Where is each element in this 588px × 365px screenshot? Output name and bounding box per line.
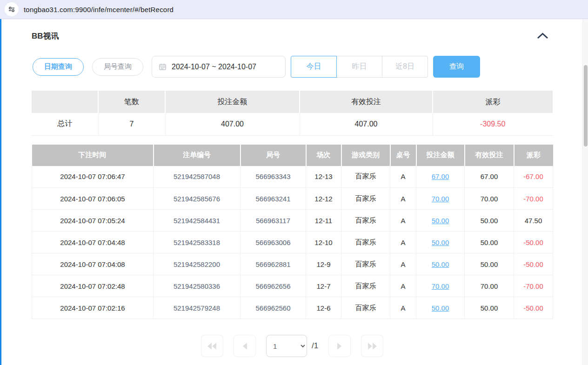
cell-session: 12-11 <box>306 210 341 232</box>
col-header-table-id: 桌号 <box>390 145 416 166</box>
first-page-button[interactable] <box>201 335 223 357</box>
cell-valid-bet: 50.00 <box>465 210 514 232</box>
col-header-valid-bet: 有效投注 <box>465 145 514 166</box>
cell-payout: -50.00 <box>514 253 553 275</box>
cell-round-id: 566963343 <box>241 166 306 188</box>
round-query-tab[interactable]: 局号查询 <box>92 58 143 76</box>
last-page-button[interactable] <box>361 335 383 357</box>
collapse-panel-button[interactable] <box>536 32 549 40</box>
calendar-icon <box>159 63 167 71</box>
quick-last8days-button[interactable]: 近8日 <box>382 56 428 78</box>
chevron-up-icon <box>536 32 549 40</box>
cell-order-id: 521942583318 <box>154 232 241 253</box>
summary-header-bet-amount: 投注金额 <box>165 91 300 113</box>
quick-date-group: 今日 昨日 近8日 <box>291 56 428 78</box>
cell-round-id: 566962560 <box>241 297 306 319</box>
table-row: 2024-10-07 07:06:47521942587048566963343… <box>32 166 553 188</box>
cell-payout: 47.50 <box>514 210 553 232</box>
cell-table-id: A <box>390 188 416 210</box>
table-row: 2024-10-07 07:06:05521942585676566963241… <box>32 188 553 210</box>
bet-amount-link[interactable]: 70.00 <box>432 195 449 203</box>
cell-session: 12-6 <box>306 297 341 319</box>
date-query-tab[interactable]: 日期查询 <box>33 58 84 76</box>
cell-order-id: 521942582200 <box>154 253 241 275</box>
bet-amount-link[interactable]: 67.00 <box>432 173 449 180</box>
col-header-game-type: 游戏类别 <box>341 145 390 166</box>
cell-payout: -50.00 <box>514 232 553 253</box>
url-text[interactable]: tongbao31.com:9900/infe/mcenter/#/betRec… <box>24 6 174 13</box>
cell-valid-bet: 50.00 <box>465 232 514 253</box>
bet-amount-link[interactable]: 50.00 <box>432 239 449 246</box>
prev-page-button[interactable] <box>234 335 256 357</box>
cell-round-id: 566962656 <box>241 275 306 297</box>
table-row: 2024-10-07 07:04:48521942583318566963006… <box>32 232 553 253</box>
site-settings-button[interactable] <box>5 2 19 16</box>
bet-amount-link[interactable]: 50.00 <box>432 217 449 225</box>
cell-table-id: A <box>390 232 416 253</box>
cell-table-id: A <box>390 297 416 319</box>
summary-header-row: 笔数 投注金额 有效投注 派彩 <box>32 91 553 113</box>
cell-session: 12-7 <box>306 275 341 297</box>
scrollbar-thumb[interactable] <box>584 65 588 146</box>
cell-order-id: 521942579248 <box>154 297 241 319</box>
cell-bet-amount: 67.00 <box>416 166 465 188</box>
bet-amount-link[interactable]: 50.00 <box>432 260 449 268</box>
cell-session: 12-9 <box>306 253 341 275</box>
cell-bet-time: 2024-10-07 07:05:24 <box>32 210 154 232</box>
table-row: 2024-10-07 07:04:08521942582200566962881… <box>32 253 553 275</box>
summary-valid-bet-value: 407.00 <box>300 113 433 135</box>
bet-amount-link[interactable]: 50.00 <box>432 304 449 312</box>
cell-bet-time: 2024-10-07 07:06:47 <box>32 166 154 188</box>
bet-record-page: BB视讯 日期查询 局号查询 <box>0 19 588 365</box>
cell-session: 12-13 <box>306 166 341 188</box>
summary-header-valid-bet: 有效投注 <box>300 91 433 113</box>
cell-table-id: A <box>390 253 416 275</box>
cell-order-id: 521942580336 <box>154 275 241 297</box>
bet-table-header-row: 下注时间注单编号局号场次游戏类别桌号投注金额有效投注派彩 <box>32 145 553 166</box>
cell-round-id: 566962881 <box>241 253 306 275</box>
cell-game-type: 百家乐 <box>341 166 390 188</box>
cell-payout: -70.00 <box>514 275 553 297</box>
table-row: 2024-10-07 07:02:48521942580336566962656… <box>32 275 553 297</box>
next-page-icon <box>337 343 342 350</box>
bet-amount-link[interactable]: 70.00 <box>432 282 449 290</box>
cell-bet-amount: 50.00 <box>416 232 465 253</box>
summary-table: 笔数 投注金额 有效投注 派彩 总计 7 407.00 407.00 -309.… <box>32 91 553 136</box>
summary-header-payout: 派彩 <box>433 91 553 113</box>
cell-table-id: A <box>390 210 416 232</box>
col-header-bet-time: 下注时间 <box>32 145 154 166</box>
col-header-session: 场次 <box>306 145 341 166</box>
cell-bet-time: 2024-10-07 07:02:48 <box>32 275 154 297</box>
date-range-input[interactable]: 2024-10-07 ~ 2024-10-07 <box>152 56 286 78</box>
cell-bet-time: 2024-10-07 07:02:16 <box>32 297 154 319</box>
prev-page-icon <box>242 343 247 350</box>
quick-today-button[interactable]: 今日 <box>291 56 337 78</box>
cell-payout: -50.00 <box>514 297 553 319</box>
cell-valid-bet: 70.00 <box>465 188 514 210</box>
cell-table-id: A <box>390 275 416 297</box>
browser-address-bar[interactable]: tongbao31.com:9900/infe/mcenter/#/betRec… <box>0 0 588 19</box>
search-button[interactable]: 查询 <box>433 56 480 78</box>
cell-order-id: 521942584431 <box>154 210 241 232</box>
cell-round-id: 566963006 <box>241 232 306 253</box>
tune-icon <box>8 6 15 13</box>
cell-game-type: 百家乐 <box>341 253 390 275</box>
cell-session: 12-10 <box>306 232 341 253</box>
quick-yesterday-button[interactable]: 昨日 <box>336 56 382 78</box>
cell-game-type: 百家乐 <box>341 210 390 232</box>
page-select[interactable]: 1 <box>266 335 307 357</box>
cell-payout: -70.00 <box>514 188 553 210</box>
cell-session: 12-12 <box>306 188 341 210</box>
cell-payout: -67.00 <box>514 166 553 188</box>
col-header-payout: 派彩 <box>514 145 553 166</box>
bet-record-table: 下注时间注单编号局号场次游戏类别桌号投注金额有效投注派彩 2024-10-07 … <box>32 145 553 319</box>
cell-game-type: 百家乐 <box>341 188 390 210</box>
cell-game-type: 百家乐 <box>341 232 390 253</box>
cell-table-id: A <box>390 166 416 188</box>
date-range-value: 2024-10-07 ~ 2024-10-07 <box>172 63 256 71</box>
cell-bet-amount: 50.00 <box>416 297 465 319</box>
summary-header-count: 笔数 <box>98 91 165 113</box>
next-page-button[interactable] <box>328 335 351 357</box>
pagination: 1 /1 <box>32 335 553 357</box>
scrollbar-track[interactable] <box>582 19 588 365</box>
